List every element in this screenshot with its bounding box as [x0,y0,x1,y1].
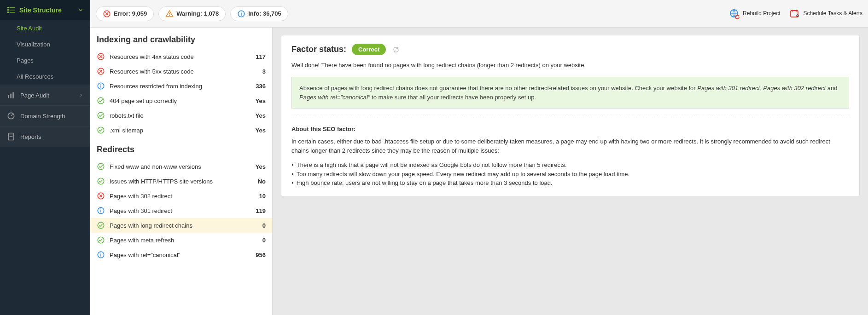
nav-page-audit[interactable]: Page Audit [0,85,90,105]
factor-label: Pages with 302 redirect [110,193,259,200]
svg-rect-17 [241,13,242,15]
factor-row[interactable]: 404 page set up correctlyYes [90,93,272,108]
chevron-down-icon [77,7,84,13]
factor-row[interactable]: Issues with HTTP/HTTPS site versionsNo [90,174,272,189]
category-title: Indexing and crawlability [90,28,272,49]
factor-row[interactable]: Resources with 4xx status code117 [90,49,272,64]
factor-value: 956 [256,252,266,258]
nav-sub-visualization[interactable]: Visualization [0,36,90,52]
factor-value: 10 [259,193,266,200]
nav-reports[interactable]: Reports [0,126,90,147]
ok-icon [97,111,105,120]
ok-icon [97,162,105,171]
factor-label: Fixed www and non-www versions [110,163,256,170]
nav-sub-site-audit[interactable]: Site Audit [0,20,90,36]
svg-rect-21 [791,11,798,12]
factor-row[interactable]: .xml sitemapYes [90,123,272,137]
globe-refresh-icon [729,8,740,19]
info-icon [97,82,105,90]
content: Indexing and crawlability Resources with… [90,28,868,315]
factor-value: 0 [262,222,266,229]
nav-sub-pages[interactable]: Pages [0,52,90,69]
ok-icon [97,126,105,134]
category-title: Redirects [90,137,272,159]
ok-icon [97,221,105,229]
note-box: Absence of pages with long redirect chai… [291,77,849,109]
refresh-icon[interactable] [392,46,400,53]
factor-label: Pages with meta refresh [110,237,262,244]
calendar-bell-icon [789,8,800,19]
bullet-item: High bounce rate: users are not willing … [291,178,849,188]
pill-error-label: Error: 9,059 [114,10,147,17]
nav-sub-all-resources[interactable]: All Resources [0,69,90,85]
factor-row[interactable]: Pages with 302 redirect10 [90,189,272,203]
separator [291,117,849,117]
error-icon [103,10,111,18]
svg-rect-36 [100,209,101,210]
factor-label: Resources with 5xx status code [110,68,262,75]
pill-error[interactable]: Error: 9,059 [96,6,154,21]
svg-rect-8 [12,92,14,98]
factor-row[interactable]: robots.txt fileYes [90,108,272,123]
nav-site-structure[interactable]: Site Structure [0,0,90,20]
factor-row[interactable]: Pages with long redirect chains0 [90,218,272,233]
nav-site-structure-label: Site Structure [19,6,62,14]
factor-label: Resources restricted from indexing [110,83,256,90]
reports-icon [6,132,16,141]
svg-rect-6 [8,95,9,98]
svg-rect-12 [10,136,13,137]
factor-label: Issues with HTTP/HTTPS site versions [110,178,258,185]
svg-rect-35 [100,210,101,212]
sidebar: Site Structure Site Audit Visualization … [0,0,90,315]
factor-row[interactable]: Pages with meta refresh0 [90,233,272,247]
nav-domain-strength[interactable]: Domain Strength [0,105,90,126]
svg-point-22 [798,16,798,17]
action-schedule-label: Schedule Tasks & Alerts [803,10,862,17]
factor-value: 117 [256,53,266,60]
factor-label: 404 page set up correctly [110,97,256,104]
chevron-right-icon [78,92,84,98]
error-icon [97,67,105,75]
nav-reports-label: Reports [20,133,41,140]
factor-value: 3 [262,68,266,75]
svg-rect-11 [10,135,13,135]
action-rebuild-label: Rebuild Project [743,10,780,17]
factor-value: 336 [256,83,266,90]
pill-info[interactable]: Info: 36,705 [230,6,288,21]
pill-warning-label: Warning: 1,078 [176,10,219,17]
action-rebuild-project[interactable]: Rebuild Project [729,8,780,19]
pill-warning[interactable]: Warning: 1,078 [158,6,226,21]
detail-panel: Factor status: Correct Well done! There … [273,28,868,315]
factor-row[interactable]: Pages with 301 redirect119 [90,203,272,218]
factor-row[interactable]: Resources with 5xx status code3 [90,64,272,79]
ok-icon [97,177,105,185]
ok-icon [97,97,105,105]
topbar: Error: 9,059 Warning: 1,078 Info: 36,705 [90,0,868,28]
well-done-text: Well done! There have been found no page… [291,62,849,69]
factor-list-panel: Indexing and crawlability Resources with… [90,28,273,315]
svg-rect-15 [169,15,170,16]
category-indexing: Indexing and crawlability Resources with… [90,28,272,137]
status-badge: Correct [352,44,386,55]
svg-rect-0 [7,7,9,8]
warning-icon [165,10,174,18]
action-schedule[interactable]: Schedule Tasks & Alerts [789,8,862,19]
page-audit-icon [6,91,16,100]
svg-rect-2 [7,11,9,13]
info-icon [237,10,245,18]
factor-row[interactable]: Fixed www and non-www versionsYes [90,159,272,174]
factor-value: Yes [256,127,266,134]
info-icon [97,206,105,215]
factor-value: 119 [256,207,266,214]
svg-rect-7 [10,94,12,98]
svg-rect-14 [169,12,170,14]
svg-rect-26 [100,86,101,88]
factor-value: Yes [256,163,266,170]
svg-rect-3 [10,7,15,8]
factor-label: .xml sitemap [110,127,256,134]
factor-label: Pages with 301 redirect [110,207,256,214]
factor-row[interactable]: Pages with rel="canonical"956 [90,247,272,262]
svg-rect-27 [100,84,101,85]
error-icon [97,192,105,200]
factor-row[interactable]: Resources restricted from indexing336 [90,79,272,93]
